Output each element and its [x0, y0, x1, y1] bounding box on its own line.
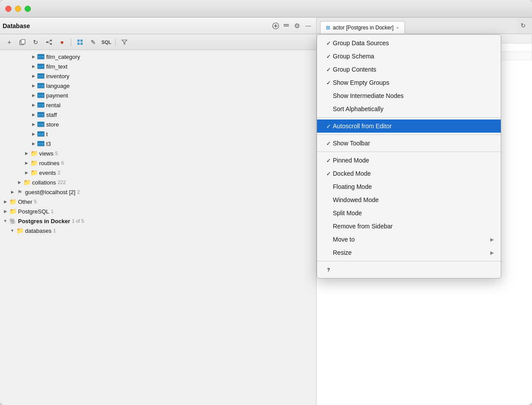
menu-label-group-schema: Group Schema	[333, 53, 494, 60]
close-button[interactable]	[5, 6, 11, 12]
submenu-arrow-resize: ▶	[490, 250, 494, 256]
menu-item-show-toolbar[interactable]: ✓ Show Toolbar	[317, 137, 501, 150]
list-item[interactable]: ▶ inventory	[0, 71, 316, 81]
folder-icon: 📁	[30, 170, 38, 176]
menu-check-show-toolbar: ✓	[324, 140, 333, 147]
list-item[interactable]: ▶ store	[0, 119, 316, 129]
menu-item-pinned-mode[interactable]: ✓ Pinned Mode	[317, 154, 501, 167]
tab-close-button[interactable]: ×	[396, 25, 399, 30]
menu-label-autoscroll: Autoscroll from Editor	[333, 123, 494, 130]
list-item[interactable]: ▶ t	[0, 129, 316, 139]
tab-actor[interactable]: ▦ actor [Postgres in Docker] ×	[320, 21, 405, 33]
schema-button[interactable]	[43, 37, 55, 47]
menu-label-group-contents: Group Contents	[333, 66, 494, 73]
menu-item-show-empty-groups[interactable]: ✓ Show Empty Groups	[317, 76, 501, 89]
menu-label-show-empty-groups: Show Empty Groups	[333, 79, 494, 86]
grid-view-button[interactable]	[74, 37, 86, 47]
expand-arrow: ▶	[2, 208, 9, 215]
refresh-button[interactable]: ↻	[30, 37, 41, 47]
minimize-button[interactable]	[15, 6, 21, 12]
list-item[interactable]: ▶ staff	[0, 110, 316, 119]
list-item[interactable]: ▶ 📁 views 5	[0, 148, 316, 158]
menu-item-split-mode[interactable]: Split Mode	[317, 206, 501, 220]
item-label: t	[46, 131, 48, 137]
sidebar-top-bar: Database ⚙ —	[0, 18, 316, 34]
menu-separator-2	[317, 134, 501, 135]
menu-item-group-data-sources[interactable]: ✓ Group Data Sources	[317, 36, 501, 50]
menu-label-resize: Resize	[333, 249, 490, 256]
list-item[interactable]: ▶ 📁 events 2	[0, 168, 316, 177]
menu-item-autoscroll[interactable]: ✓ Autoscroll from Editor	[317, 119, 501, 133]
tab-bar-container: ▦ actor [Postgres in Docker] × ↻	[317, 18, 532, 34]
filter-button[interactable]	[119, 37, 130, 47]
list-item[interactable]: ▼ 📁 databases 1	[0, 226, 316, 235]
collapse-button[interactable]	[281, 21, 292, 31]
list-item[interactable]: ▶ payment	[0, 90, 316, 100]
menu-item-windowed-mode[interactable]: Windowed Mode	[317, 193, 501, 206]
list-item[interactable]: ▶ rental	[0, 100, 316, 110]
item-label: t3	[46, 141, 51, 147]
sql-button[interactable]: SQL	[101, 37, 112, 47]
list-item[interactable]: ▶ film_text	[0, 61, 316, 71]
svg-line-11	[48, 42, 50, 44]
item-label: collations	[32, 179, 56, 186]
menu-item-resize[interactable]: Resize ▶	[317, 246, 501, 259]
expand-arrow: ▼	[2, 217, 9, 224]
gear-button[interactable]: ⚙	[292, 21, 302, 31]
svg-rect-12	[77, 40, 80, 42]
sidebar-tree: ▶ film_category ▶	[0, 50, 316, 405]
add-connection-button[interactable]	[270, 21, 281, 31]
copy-button[interactable]	[17, 37, 28, 47]
collapse-icon	[283, 22, 290, 29]
menu-separator-4	[317, 261, 501, 261]
item-count: 5	[55, 151, 58, 156]
maximize-button[interactable]	[25, 6, 31, 12]
stop-button[interactable]: ■	[56, 37, 68, 47]
add-item-button[interactable]: +	[4, 37, 15, 47]
list-item[interactable]: ▶ 📁 PostgreSQL 1	[0, 206, 316, 216]
item-label: Postgres in Docker	[18, 218, 70, 224]
menu-check-show-empty-groups: ✓	[324, 80, 333, 86]
menu-item-group-schema[interactable]: ✓ Group Schema	[317, 50, 501, 63]
table-icon	[37, 83, 45, 89]
database-sidebar: Database ⚙ —	[0, 18, 317, 405]
table-icon	[37, 92, 45, 98]
refresh-data-button[interactable]: ↻	[517, 19, 529, 32]
item-count: 1 of 5	[72, 218, 84, 224]
svg-rect-14	[77, 43, 80, 45]
menu-item-move-to[interactable]: Move to ▶	[317, 233, 501, 246]
edit-button[interactable]: ✎	[87, 37, 99, 47]
menu-label-remove-sidebar: Remove from Sidebar	[333, 223, 494, 230]
svg-point-9	[50, 43, 52, 45]
minimize-panel-button[interactable]: —	[303, 21, 313, 31]
menu-label-move-to: Move to	[333, 236, 490, 243]
menu-item-remove-sidebar[interactable]: Remove from Sidebar	[317, 220, 501, 233]
list-item[interactable]: ▶ 📁 collations 222	[0, 177, 316, 187]
menu-check-pinned-mode: ✓	[324, 157, 333, 164]
menu-item-group-contents[interactable]: ✓ Group Contents	[317, 63, 501, 76]
folder-icon: 📁	[9, 199, 17, 205]
menu-label-show-intermediate-nodes: Show Intermediate Nodes	[333, 92, 494, 99]
menu-item-show-intermediate-nodes[interactable]: Show Intermediate Nodes	[317, 89, 501, 102]
list-item[interactable]: ▶ 📁 Other 5	[0, 197, 316, 206]
list-item[interactable]: ▼ 🐘 Postgres in Docker 1 of 5	[0, 216, 316, 226]
menu-item-floating-mode[interactable]: Floating Mode	[317, 180, 501, 193]
list-item[interactable]: ▶ 📁 routines 6	[0, 158, 316, 168]
menu-item-sort-alphabetically[interactable]: Sort Alphabetically	[317, 102, 501, 116]
list-item[interactable]: ▶ t3	[0, 139, 316, 148]
expand-arrow: ▶	[30, 82, 37, 89]
item-label: guest@localhost [2]	[25, 189, 75, 195]
menu-item-help[interactable]: ?	[317, 263, 501, 276]
traffic-lights	[5, 6, 31, 12]
list-item[interactable]: ▶ film_category	[0, 52, 316, 61]
folder-icon: 📁	[16, 228, 24, 234]
menu-check-group-data-sources: ✓	[324, 40, 333, 47]
list-item[interactable]: ▶ ⚑ guest@localhost [2] 2	[0, 187, 316, 197]
menu-separator-3	[317, 152, 501, 152]
item-label: rental	[46, 102, 61, 108]
expand-arrow: ▶	[30, 121, 37, 128]
menu-check-autoscroll: ✓	[324, 123, 333, 130]
menu-label-floating-mode: Floating Mode	[333, 183, 494, 190]
list-item[interactable]: ▶ language	[0, 81, 316, 90]
menu-item-docked-mode[interactable]: ✓ Docked Mode	[317, 167, 501, 180]
